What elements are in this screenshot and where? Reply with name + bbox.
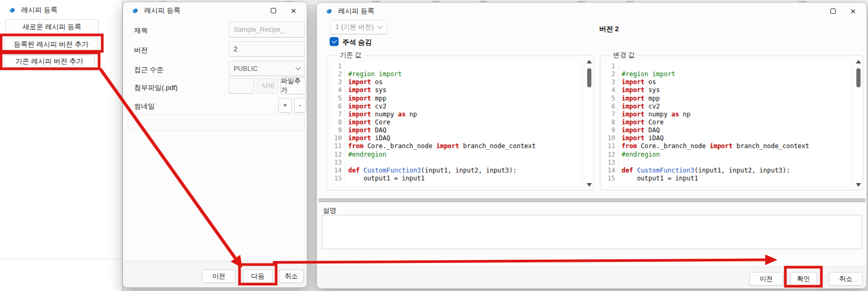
splitter-handle[interactable]: [318, 198, 865, 202]
close-icon[interactable]: ×: [843, 4, 863, 19]
thumbnail-label: 썸네일: [134, 102, 155, 111]
screen: 레시피 등록 새로운 레시피 등록 등록된 레시피 버전 추가 기존 레시피 버…: [0, 0, 868, 291]
maximize-icon[interactable]: [263, 3, 284, 18]
thumbnail-remove-button[interactable]: -: [294, 98, 306, 113]
prev-button[interactable]: 이전: [749, 272, 783, 286]
version-caption: 버전 2: [599, 24, 619, 34]
cancel-button[interactable]: 취소: [829, 272, 863, 286]
hide-comments-checkbox[interactable]: [330, 37, 339, 46]
original-code-editor[interactable]: 12#region import3import os4import sys5im…: [331, 61, 581, 186]
version-field[interactable]: [228, 41, 305, 57]
changed-code-editor[interactable]: 12#region import3import os4import sys5im…: [605, 61, 850, 186]
scroll-up-icon[interactable]: [856, 60, 861, 63]
title-field-label: 제목: [134, 26, 148, 35]
recipe-diff-dialog: 레시피 등록 × 1 (기본 버전) 버전 2 주석 숨김 기존 값 12#re…: [316, 2, 867, 289]
scroll-up-icon[interactable]: [587, 60, 592, 63]
original-value-group: 기존 값 12#region import3import os4import s…: [326, 55, 594, 190]
scrollbar[interactable]: [585, 57, 593, 189]
maximize-icon[interactable]: [823, 4, 843, 19]
original-value-legend: 기존 값: [337, 51, 364, 60]
base-version-value: 1 (기본 버전): [335, 23, 374, 32]
form-dialog-titlebar: 레시피 등록 ×: [123, 2, 307, 19]
prev-button[interactable]: 이전: [202, 269, 236, 283]
next-button[interactable]: 다음: [243, 269, 273, 283]
version-input[interactable]: [234, 46, 300, 53]
recipe-register-panel: 레시피 등록 새로운 레시피 등록 등록된 레시피 버전 추가 기존 레시피 버…: [0, 0, 122, 291]
close-icon[interactable]: ×: [284, 3, 304, 18]
app-droplet-icon: [131, 7, 139, 14]
attachment-label: 첨부파일(.pdf): [134, 83, 178, 93]
form-dialog-footer: 이전 다음 취소: [123, 261, 307, 287]
app-droplet-icon: [325, 7, 333, 15]
ok-button[interactable]: 확인: [790, 272, 817, 286]
new-recipe-button[interactable]: 새로운 레시피 등록: [5, 19, 99, 34]
base-version-select[interactable]: 1 (기본 버전): [330, 20, 387, 34]
app-droplet-icon: [8, 6, 16, 14]
existing-recipe-version-button[interactable]: 기존 레시피 버전 추가: [4, 55, 95, 68]
recipe-form-dialog: 레시피 등록 × 제목 버전 접근 수준 PUBLIC 첨부파일(.pdf) 삭…: [122, 2, 307, 288]
changed-value-legend: 변경 값: [610, 51, 637, 60]
dialog-title: 레시피 등록: [144, 6, 181, 15]
panel-title: 레시피 등록: [21, 5, 58, 15]
diff-dialog-footer: 이전 확인 취소: [317, 267, 866, 288]
hide-comments-label: 주석 숨김: [342, 38, 372, 47]
description-textarea[interactable]: [322, 215, 862, 249]
description-label: 설명: [323, 206, 336, 215]
panel-divider: [0, 259, 122, 259]
delete-attachment-button[interactable]: 삭제: [257, 78, 278, 94]
scroll-down-icon[interactable]: [856, 183, 861, 187]
access-level-label: 접근 수준: [134, 65, 164, 75]
version-field-label: 버전: [134, 46, 148, 55]
chevron-down-icon: [296, 65, 301, 70]
thumbnail-strip: [128, 114, 305, 131]
scroll-down-icon[interactable]: [587, 183, 592, 187]
access-level-select[interactable]: PUBLIC: [228, 61, 305, 76]
chevron-down-icon: [378, 24, 383, 29]
title-input[interactable]: [234, 26, 300, 33]
scrollbar[interactable]: [854, 57, 862, 189]
diff-dialog-titlebar: 레시피 등록 ×: [317, 3, 866, 20]
cancel-button[interactable]: 취소: [279, 269, 304, 283]
add-file-button[interactable]: 파일추가: [280, 77, 306, 94]
dialog-title: 레시피 등록: [338, 6, 375, 16]
title-field[interactable]: [228, 22, 305, 38]
access-level-value: PUBLIC: [234, 65, 258, 72]
thumbnail-add-button[interactable]: +: [278, 98, 292, 113]
changed-value-group: 변경 값 12#region import3import os4import s…: [600, 55, 863, 190]
attachment-field[interactable]: [228, 78, 254, 94]
registered-recipe-version-button[interactable]: 등록된 레시피 버전 추가: [4, 38, 98, 51]
scrollbar-thumb[interactable]: [856, 68, 861, 87]
scrollbar-thumb[interactable]: [587, 68, 591, 87]
